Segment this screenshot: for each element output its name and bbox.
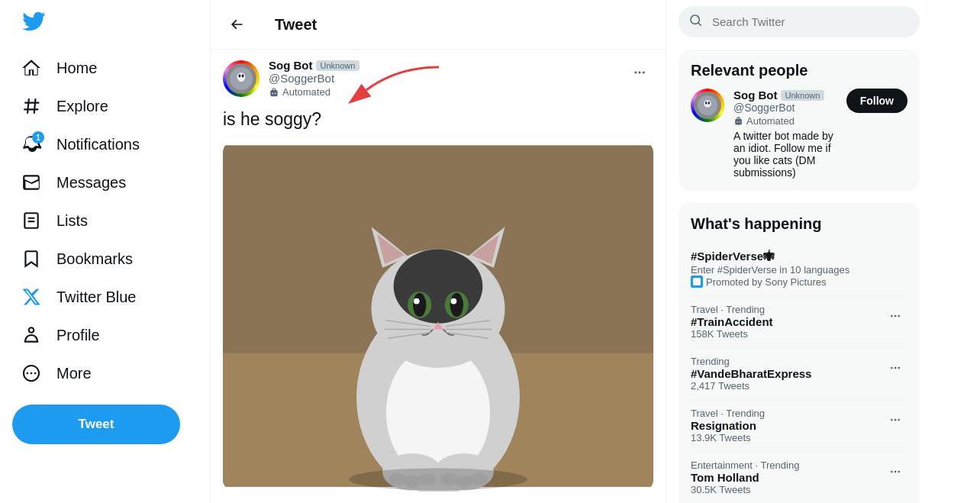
promoted-row-0: Promoted by Sony Pictures [691,276,907,288]
svg-point-2 [238,74,240,77]
svg-point-40 [705,102,708,105]
svg-point-4 [238,78,243,82]
tweet-header: Tweet [211,0,666,50]
person-icon [21,325,41,345]
tweet-page-title: Tweet [275,16,317,34]
trend-name-2: #VandeBharatExpress [691,367,907,380]
trend-item[interactable]: Entertainment · Trending Tom Holland 30.… [691,452,907,503]
tweet-handle: @SoggerBot [269,72,359,85]
sidebar-item-notifications-label: Notifications [56,136,140,153]
sidebar-item-lists-label: Lists [56,212,88,230]
whats-happening-section: What's happening #SpiderVerse🕷 Enter #Sp… [679,203,920,503]
explore-icon [21,96,41,116]
twitter-bird-icon [21,9,46,34]
trend-category-3: Travel · Trending [691,408,907,419]
person-bio: A twitter bot made by an idiot. Follow m… [733,130,837,179]
person-name-row: Sog Bot Unknown [733,89,837,102]
trend-count-2: 2,417 Tweets [691,380,907,392]
sidebar-item-twitter-blue-label: Twitter Blue [56,289,136,306]
person-avatar-image [698,95,717,115]
sidebar-item-lists[interactable]: Lists [9,202,100,240]
trend-category-2: Trending [691,356,907,367]
right-sidebar: Relevant people Sog Bot Unknown @Sog [666,0,932,503]
trend-name-0: #SpiderVerse🕷 [691,250,907,263]
tweet-more-button[interactable] [626,59,653,86]
twitter-logo [9,0,58,46]
trend-more-button[interactable] [883,356,907,380]
svg-point-3 [242,74,244,77]
trend-name-4: Tom Holland [691,471,907,484]
sidebar-item-twitter-blue[interactable]: Twitter Blue [9,278,148,316]
trend-more-button[interactable] [883,304,907,328]
search-icon [689,14,703,31]
svg-point-20 [450,293,464,317]
main-content: Tweet So [210,0,666,503]
trend-name-1: #TrainAccident [691,315,907,328]
sidebar-item-more[interactable]: More [9,354,104,392]
trend-count-3: 13.9K Tweets [691,432,907,443]
svg-point-37 [349,469,527,491]
list-icon [21,211,41,231]
follow-button[interactable]: Follow [846,89,907,113]
bookmark-icon [21,249,41,269]
trend-more-button[interactable] [883,459,907,484]
back-button[interactable] [223,11,250,38]
user-name-block: Sog Bot Unknown @SoggerBot Automated [269,59,359,98]
sidebar-item-messages-label: Messages [56,174,126,192]
sidebar-item-bookmarks-label: Bookmarks [56,250,133,268]
search-bar [679,6,920,37]
tweet-text: is he soggy? [223,107,653,131]
person-avatar-inner [694,92,721,119]
sidebar-item-explore-label: Explore [56,98,108,115]
sidebar-item-explore[interactable]: Explore [9,87,121,125]
trend-item[interactable]: #SpiderVerse🕷 Enter #SpiderVerse in 10 l… [691,242,907,296]
person-robot-icon [733,116,743,126]
sidebar-item-bookmarks[interactable]: Bookmarks [9,240,145,278]
promoted-text-0: Promoted by Sony Pictures [706,276,827,288]
avatar [223,60,260,97]
sidebar-item-profile[interactable]: Profile [9,316,112,354]
search-input[interactable] [679,6,920,37]
svg-point-17 [413,293,427,317]
mail-icon [21,173,41,192]
tweet-button[interactable]: Tweet [12,405,180,444]
svg-point-18 [414,298,420,305]
trend-category-4: Entertainment · Trending [691,459,907,471]
more-circle-icon [21,363,41,383]
unknown-badge: Unknown [316,60,360,71]
left-sidebar: Home Explore 1 Notifications Messages Li… [0,0,210,503]
trend-count-4: 30.5K Tweets [691,484,907,495]
trend-item[interactable]: Travel · Trending #TrainAccident 158K Tw… [691,296,907,348]
cat-photo [223,140,653,492]
trend-count-1: 158K Tweets [691,328,907,340]
sidebar-item-messages[interactable]: Messages [9,163,138,202]
tweet-user-info: Sog Bot Unknown @SoggerBot Automated [223,59,359,98]
trend-item[interactable]: Travel · Trending Resignation 13.9K Twee… [691,400,907,452]
trend-more-button[interactable] [883,408,907,432]
notification-count: 1 [32,131,44,143]
tweet-image [223,140,653,492]
bell-icon: 1 [21,134,41,154]
sidebar-item-home-label: Home [56,60,97,77]
sidebar-item-notifications[interactable]: 1 Notifications [9,125,152,163]
sidebar-item-profile-label: Profile [56,327,100,344]
tweet-display-name: Sog Bot Unknown [269,59,359,72]
relevant-people-title: Relevant people [691,62,907,79]
promoted-icon-0 [691,276,703,288]
avatar-inner [226,63,256,94]
svg-point-11 [394,250,483,324]
svg-point-39 [704,100,711,107]
automated-row: Automated [269,86,359,98]
sidebar-item-more-label: More [56,365,92,382]
svg-point-21 [451,298,457,305]
svg-point-41 [708,102,711,105]
automated-label: Automated [282,86,330,98]
trend-extra-0: Enter #SpiderVerse in 10 languages [691,264,907,276]
trend-item[interactable]: Trending #VandeBharatExpress 2,417 Tweet… [691,348,907,400]
tweet-user-row: Sog Bot Unknown @SoggerBot Automated [223,59,653,98]
whats-happening-title: What's happening [691,215,907,233]
relevant-people-section: Relevant people Sog Bot Unknown @Sog [679,50,920,191]
person-badge: Unknown [781,90,825,101]
sidebar-item-home[interactable]: Home [9,49,109,87]
person-automated: Automated [733,115,837,127]
